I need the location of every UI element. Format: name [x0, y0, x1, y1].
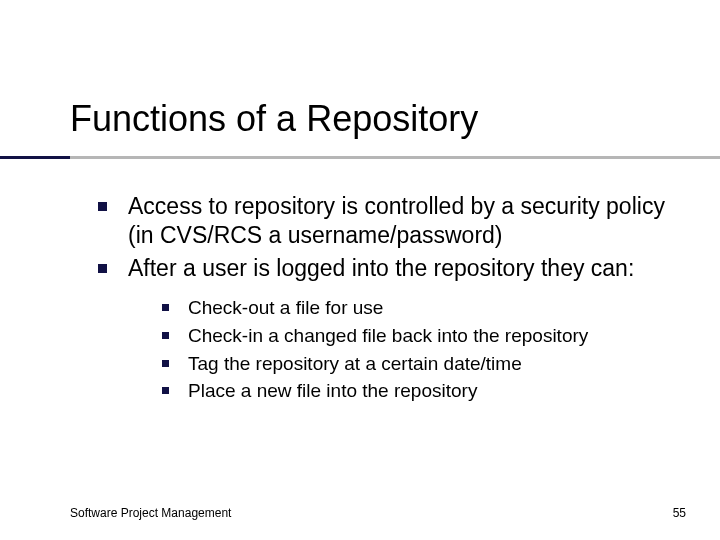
slide-title: Functions of a Repository: [70, 98, 680, 140]
list-item: Check-in a changed file back into the re…: [162, 324, 680, 349]
bullet-text: Place a new file into the repository: [188, 380, 477, 401]
bullet-text: Tag the repository at a certain date/tim…: [188, 353, 522, 374]
slide-body: Access to repository is controlled by a …: [98, 192, 680, 408]
bullet-text: After a user is logged into the reposito…: [128, 255, 634, 281]
bullet-list-level1: Access to repository is controlled by a …: [98, 192, 680, 404]
title-underline-accent: [0, 156, 70, 159]
footer-text: Software Project Management: [70, 506, 231, 520]
bullet-text: Check-out a file for use: [188, 297, 383, 318]
list-item: After a user is logged into the reposito…: [98, 254, 680, 405]
bullet-list-level2: Check-out a file for use Check-in a chan…: [162, 296, 680, 404]
slide: Functions of a Repository Access to repo…: [0, 0, 720, 540]
bullet-text: Check-in a changed file back into the re…: [188, 325, 588, 346]
title-underline-grey: [0, 156, 720, 159]
list-item: Check-out a file for use: [162, 296, 680, 321]
page-number: 55: [673, 506, 686, 520]
list-item: Access to repository is controlled by a …: [98, 192, 680, 250]
bullet-text: Access to repository is controlled by a …: [128, 193, 665, 248]
title-area: Functions of a Repository: [70, 98, 680, 140]
list-item: Place a new file into the repository: [162, 379, 680, 404]
list-item: Tag the repository at a certain date/tim…: [162, 352, 680, 377]
